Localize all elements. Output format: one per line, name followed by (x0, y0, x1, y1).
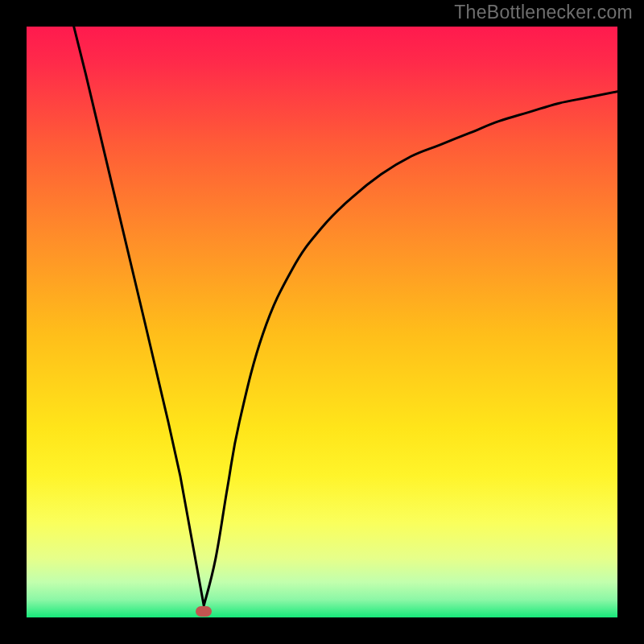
chart-frame: TheBottlenecker.com (0, 0, 644, 644)
plot-svg (27, 27, 617, 617)
watermark-text: TheBottlenecker.com (454, 2, 633, 23)
plot-area (27, 27, 617, 617)
optimal-marker (196, 606, 212, 617)
heat-gradient-background (27, 27, 617, 617)
